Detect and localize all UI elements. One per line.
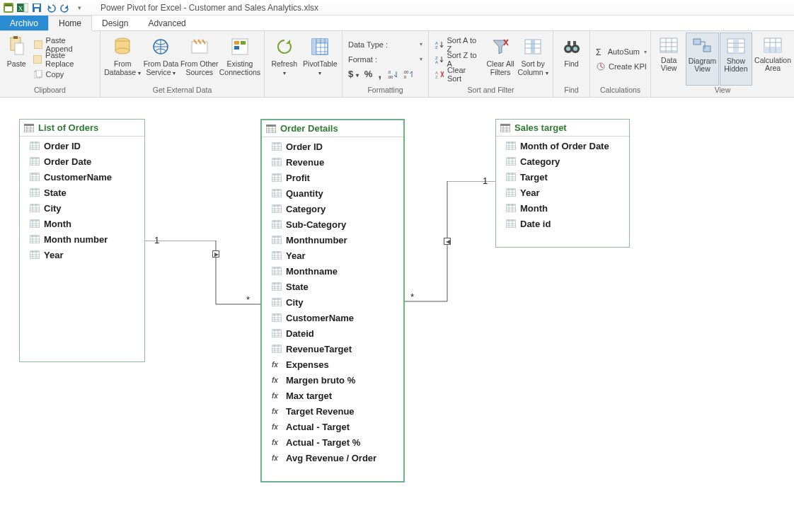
tab-design[interactable]: Design — [92, 16, 138, 30]
sort-za-button[interactable]: ZASort Z to A — [435, 52, 482, 66]
from-other-sources-button[interactable]: From Other Sources — [180, 33, 219, 86]
table-header[interactable]: Sales target — [496, 120, 629, 137]
sort-by-column-button[interactable]: Sort by Column ▾ — [516, 33, 550, 86]
field-customername[interactable]: CustomerName — [262, 310, 403, 325]
binoculars-icon — [560, 35, 583, 58]
field-order-id[interactable]: Order ID — [262, 139, 403, 154]
field-year[interactable]: Year — [496, 185, 629, 200]
data-view-button[interactable]: Data View — [652, 33, 685, 86]
tab-home[interactable]: Home — [48, 16, 92, 31]
field-order-id[interactable]: Order ID — [20, 138, 144, 154]
field-quantity[interactable]: Quantity — [262, 185, 403, 201]
svg-rect-5 — [24, 4, 28, 12]
field-expenses[interactable]: fxExpenses — [262, 357, 403, 372]
field-state[interactable]: State — [262, 279, 403, 294]
sort-az-button[interactable]: AZSort A to Z — [435, 37, 482, 52]
from-data-service-button[interactable]: From Data Service ▾ — [142, 33, 180, 86]
paste-append-button[interactable]: Paste Append — [33, 37, 94, 52]
group-get-external-label: Get External Data — [100, 86, 264, 97]
field-target-revenue[interactable]: fxTarget Revenue — [262, 403, 403, 419]
field-order-date[interactable]: Order Date — [20, 154, 144, 169]
paste-button[interactable]: Paste — [3, 33, 30, 86]
calculation-area-button[interactable]: Calculation Area — [753, 33, 793, 86]
group-formatting-label: Formatting — [343, 86, 428, 97]
field-actual-target[interactable]: fxActual - Target — [262, 419, 403, 434]
field-year[interactable]: Year — [20, 247, 144, 262]
decrease-decimal-button[interactable]: .00.0 — [403, 69, 413, 79]
field-revenue[interactable]: Revenue — [262, 154, 403, 170]
format-dropdown[interactable]: Format :▾ — [348, 52, 422, 66]
relationship-line-1[interactable] — [145, 241, 260, 310]
table-list-of-orders[interactable]: List of OrdersOrder IDOrder DateCustomer… — [19, 119, 145, 362]
other-sources-icon — [188, 35, 211, 58]
field-month[interactable]: Month — [20, 216, 144, 231]
data-view-label: Data View — [652, 57, 685, 72]
field-monthname[interactable]: Monthname — [262, 263, 403, 279]
field-category[interactable]: Category — [262, 201, 403, 216]
show-hidden-button[interactable]: Show Hidden — [720, 33, 752, 86]
table-order-details[interactable]: Order DetailsOrder IDRevenueProfitQuanti… — [260, 119, 405, 482]
tab-advanced[interactable]: Advanced — [138, 16, 195, 30]
table-sales-target[interactable]: Sales targetMonth of Order DateCategoryT… — [495, 119, 630, 248]
field-month-of-order-date[interactable]: Month of Order Date — [496, 138, 629, 154]
qat-customize-icon[interactable]: ▾ — [74, 2, 85, 13]
relationship-1-one-label: 1 — [154, 235, 159, 245]
redo-icon[interactable] — [59, 2, 71, 13]
clear-all-filters-button[interactable]: Clear All Filters — [485, 33, 516, 86]
percent-format-button[interactable]: % — [364, 69, 373, 79]
svg-rect-47 — [694, 39, 701, 45]
field-profit[interactable]: Profit — [262, 170, 403, 185]
column-icon — [30, 188, 40, 197]
table-header[interactable]: Order Details — [262, 120, 403, 137]
field-date-id[interactable]: Date id — [496, 216, 629, 231]
increase-decimal-button[interactable]: .0.00 — [387, 69, 397, 79]
field-label: Actual - Target % — [286, 437, 360, 448]
field-avg-revenue-order[interactable]: fxAvg Revenue / Order — [262, 450, 403, 466]
field-revenuetarget[interactable]: RevenueTarget — [262, 341, 403, 357]
comma-format-button[interactable]: , — [378, 68, 381, 81]
datatype-dropdown[interactable]: Data Type :▾ — [348, 37, 422, 52]
field-city[interactable]: City — [262, 294, 403, 310]
field-city[interactable]: City — [20, 200, 144, 216]
field-max-target[interactable]: fxMax target — [262, 388, 403, 403]
from-database-button[interactable]: From Database ▾ — [103, 33, 142, 86]
field-target[interactable]: Target — [496, 169, 629, 185]
pivottable-button[interactable]: PivotTable▾ — [301, 33, 339, 86]
field-label: Dateid — [286, 328, 314, 339]
svg-rect-68 — [30, 235, 40, 237]
field-month[interactable]: Month — [496, 200, 629, 216]
diagram-view-button[interactable]: Diagram View — [686, 33, 718, 86]
field-margen-bruto-[interactable]: fxMargen bruto % — [262, 372, 403, 388]
group-clipboard-label: Clipboard — [0, 86, 100, 97]
paste-replace-button[interactable]: Paste Replace — [33, 52, 94, 66]
svg-rect-117 — [506, 188, 516, 190]
from-data-service-label: From Data Service ▾ — [142, 59, 180, 78]
field-category[interactable]: Category — [496, 154, 629, 169]
existing-connections-button[interactable]: Existing Connections — [219, 33, 261, 86]
tab-file[interactable]: Archivo — [0, 16, 48, 30]
table-header[interactable]: List of Orders — [20, 120, 144, 137]
save-icon[interactable] — [31, 2, 42, 13]
diagram-canvas[interactable]: 1 * 1 * List of OrdersOrder IDOrder Date… — [0, 98, 794, 532]
field-actual-target-[interactable]: fxActual - Target % — [262, 434, 403, 450]
undo-icon[interactable] — [45, 2, 57, 13]
field-dateid[interactable]: Dateid — [262, 325, 403, 341]
field-year[interactable]: Year — [262, 248, 403, 263]
field-customername[interactable]: CustomerName — [20, 169, 144, 185]
create-kpi-button[interactable]: Create KPI — [596, 59, 647, 74]
column-icon — [30, 235, 40, 243]
svg-rect-96 — [272, 313, 282, 316]
field-month-number[interactable]: Month number — [20, 231, 144, 247]
table-icon — [24, 124, 34, 132]
field-state[interactable]: State — [20, 185, 144, 200]
refresh-button[interactable]: Refresh▾ — [267, 33, 301, 86]
autosum-button[interactable]: ΣAutoSum▾ — [596, 45, 647, 59]
copy-button[interactable]: Copy — [33, 67, 94, 81]
clear-sort-button[interactable]: AZClear Sort — [435, 67, 482, 81]
powerpivot-app-icon — [3, 2, 14, 13]
find-button[interactable]: Find — [556, 33, 587, 86]
currency-format-button[interactable]: $ ▾ — [348, 69, 359, 79]
field-monthnumber[interactable]: Monthnumber — [262, 232, 403, 248]
field-sub-category[interactable]: Sub-Category — [262, 216, 403, 232]
svg-rect-50 — [733, 39, 739, 53]
